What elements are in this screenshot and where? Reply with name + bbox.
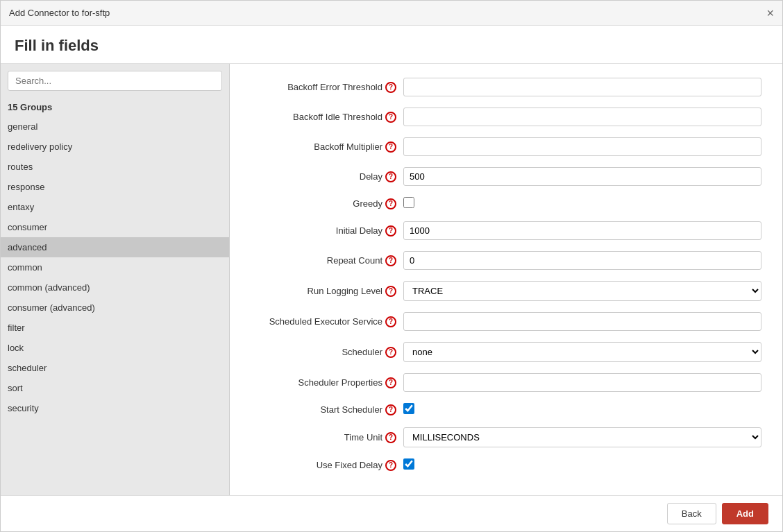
dialog-content: Fill in fields 15 Groups generalredelive…: [1, 26, 782, 495]
form-label-backoff-error-threshold: Backoff Error Threshold?: [251, 82, 403, 93]
control-wrap-scheduler: none: [403, 342, 761, 362]
label-text-backoff-error-threshold: Backoff Error Threshold: [287, 82, 382, 92]
form-label-scheduler-properties: Scheduler Properties?: [251, 377, 403, 388]
control-wrap-scheduler-properties: [403, 373, 761, 392]
help-icon-scheduler[interactable]: ?: [385, 347, 396, 358]
form-label-run-logging-level: Run Logging Level?: [251, 286, 403, 297]
search-input[interactable]: [8, 71, 222, 91]
help-icon-backoff-error-threshold[interactable]: ?: [385, 82, 396, 93]
form-row-use-fixed-delay: Use Fixed Delay?: [251, 458, 761, 472]
control-wrap-time-unit: MILLISECONDSSECONDSMINUTESHOURSDAYS: [403, 427, 761, 447]
control-wrap-scheduled-executor-service: [403, 312, 761, 331]
checkbox-use-fixed-delay[interactable]: [403, 458, 414, 470]
sidebar-item-security[interactable]: security: [1, 398, 229, 418]
form-row-scheduler-properties: Scheduler Properties?: [251, 373, 761, 392]
label-text-run-logging-level: Run Logging Level: [308, 286, 382, 296]
help-icon-backoff-multiplier[interactable]: ?: [385, 141, 396, 153]
dialog-titlebar: Add Connector to for-sftp ×: [1, 1, 782, 26]
control-wrap-delay: [403, 167, 761, 186]
label-text-scheduler: Scheduler: [342, 347, 382, 357]
control-wrap-backoff-multiplier: [403, 137, 761, 156]
page-heading: Fill in fields: [1, 26, 782, 64]
form-row-delay: Delay?: [251, 167, 761, 186]
select-run-logging-level[interactable]: TRACEDEBUGINFOWARNERROR: [403, 281, 761, 301]
sidebar-item-common-advanced[interactable]: common (advanced): [1, 277, 229, 298]
help-icon-scheduled-executor-service[interactable]: ?: [385, 316, 396, 327]
form-row-repeat-count: Repeat Count?: [251, 251, 761, 270]
control-wrap-initial-delay: [403, 221, 761, 240]
sidebar-item-routes[interactable]: routes: [1, 157, 229, 177]
help-icon-initial-delay[interactable]: ?: [385, 225, 396, 237]
form-area: Backoff Error Threshold?Backoff Idle Thr…: [230, 64, 782, 495]
sidebar-item-scheduler[interactable]: scheduler: [1, 358, 229, 378]
groups-label: 15 Groups: [1, 98, 229, 117]
select-time-unit[interactable]: MILLISECONDSSECONDSMINUTESHOURSDAYS: [403, 427, 761, 447]
sidebar-item-common[interactable]: common: [1, 257, 229, 277]
label-text-backoff-multiplier: Backoff Multiplier: [314, 141, 382, 152]
input-backoff-idle-threshold[interactable]: [403, 108, 761, 126]
back-button[interactable]: Back: [667, 503, 716, 524]
form-label-time-unit: Time Unit?: [251, 432, 403, 443]
sidebar-item-general[interactable]: general: [1, 117, 229, 137]
sidebar-item-redelivery-policy[interactable]: redelivery policy: [1, 137, 229, 157]
sidebar-item-consumer[interactable]: consumer: [1, 217, 229, 237]
form-row-backoff-error-threshold: Backoff Error Threshold?: [251, 78, 761, 96]
form-row-time-unit: Time Unit?MILLISECONDSSECONDSMINUTESHOUR…: [251, 427, 761, 447]
help-icon-backoff-idle-threshold[interactable]: ?: [385, 112, 396, 123]
label-text-time-unit: Time Unit: [344, 432, 382, 443]
input-initial-delay[interactable]: [403, 221, 761, 240]
input-backoff-multiplier[interactable]: [403, 137, 761, 156]
form-label-delay: Delay?: [251, 171, 403, 182]
form-row-backoff-idle-threshold: Backoff Idle Threshold?: [251, 108, 761, 126]
sidebar-item-filter[interactable]: filter: [1, 318, 229, 338]
help-icon-repeat-count[interactable]: ?: [385, 255, 396, 266]
help-icon-start-scheduler[interactable]: ?: [385, 404, 396, 415]
label-text-scheduler-properties: Scheduler Properties: [298, 377, 382, 388]
control-wrap-backoff-error-threshold: [403, 78, 761, 96]
form-label-scheduled-executor-service: Scheduled Executor Service?: [251, 316, 403, 327]
help-icon-scheduler-properties[interactable]: ?: [385, 377, 396, 388]
help-icon-use-fixed-delay[interactable]: ?: [385, 460, 396, 471]
form-row-backoff-multiplier: Backoff Multiplier?: [251, 137, 761, 156]
add-button[interactable]: Add: [722, 503, 768, 524]
dialog-title: Add Connector to for-sftp: [9, 8, 110, 18]
input-repeat-count[interactable]: [403, 251, 761, 270]
label-text-use-fixed-delay: Use Fixed Delay: [317, 460, 382, 470]
dialog-footer: Back Add: [1, 495, 782, 531]
control-wrap-repeat-count: [403, 251, 761, 270]
sidebar-item-response[interactable]: response: [1, 177, 229, 197]
sidebar-item-advanced[interactable]: advanced: [1, 237, 229, 257]
input-backoff-error-threshold[interactable]: [403, 78, 761, 96]
label-text-delay: Delay: [360, 171, 382, 182]
form-row-greedy: Greedy?: [251, 197, 761, 210]
input-delay[interactable]: [403, 167, 761, 186]
sidebar-item-sort[interactable]: sort: [1, 378, 229, 398]
form-label-repeat-count: Repeat Count?: [251, 255, 403, 266]
help-icon-greedy[interactable]: ?: [385, 198, 396, 209]
add-connector-dialog: Add Connector to for-sftp × Fill in fiel…: [0, 0, 783, 532]
input-scheduler-properties[interactable]: [403, 373, 761, 392]
control-wrap-backoff-idle-threshold: [403, 108, 761, 126]
help-icon-delay[interactable]: ?: [385, 171, 396, 182]
sidebar-item-lock[interactable]: lock: [1, 338, 229, 358]
form-label-use-fixed-delay: Use Fixed Delay?: [251, 460, 403, 471]
main-area: 15 Groups generalredelivery policyroutes…: [1, 64, 782, 495]
close-button[interactable]: ×: [766, 7, 774, 19]
sidebar-item-consumer-advanced[interactable]: consumer (advanced): [1, 298, 229, 318]
label-text-start-scheduler: Start Scheduler: [320, 404, 382, 415]
input-scheduled-executor-service[interactable]: [403, 312, 761, 331]
form-label-greedy: Greedy?: [251, 198, 403, 209]
form-row-run-logging-level: Run Logging Level?TRACEDEBUGINFOWARNERRO…: [251, 281, 761, 301]
checkbox-start-scheduler[interactable]: [403, 403, 414, 414]
form-label-scheduler: Scheduler?: [251, 347, 403, 358]
group-list: generalredelivery policyroutesresponseen…: [1, 117, 229, 418]
checkbox-greedy[interactable]: [403, 197, 414, 208]
sidebar-item-entaxy[interactable]: entaxy: [1, 197, 229, 217]
select-scheduler[interactable]: none: [403, 342, 761, 362]
sidebar: 15 Groups generalredelivery policyroutes…: [1, 64, 230, 495]
help-icon-time-unit[interactable]: ?: [385, 432, 396, 443]
help-icon-run-logging-level[interactable]: ?: [385, 286, 396, 297]
label-text-scheduled-executor-service: Scheduled Executor Service: [269, 316, 382, 327]
form-row-start-scheduler: Start Scheduler?: [251, 403, 761, 416]
form-row-scheduled-executor-service: Scheduled Executor Service?: [251, 312, 761, 331]
